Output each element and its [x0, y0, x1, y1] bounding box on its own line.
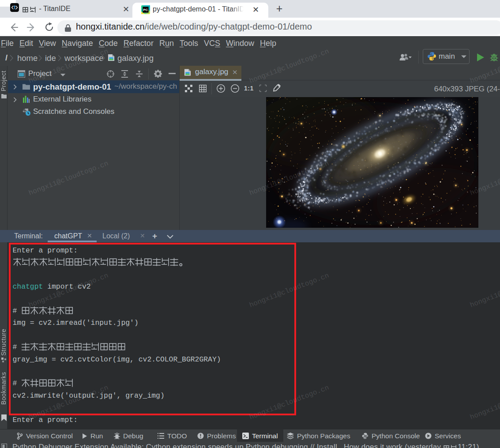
svg-text:PC: PC	[143, 8, 148, 12]
